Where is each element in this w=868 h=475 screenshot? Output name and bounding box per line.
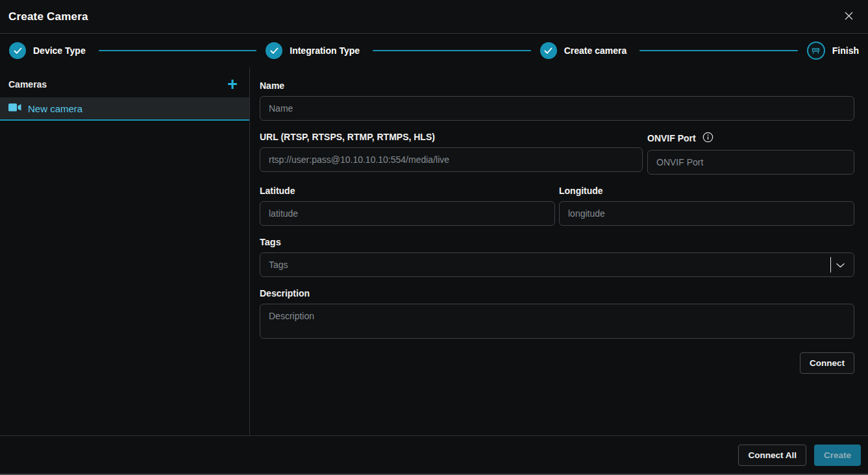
chevron-down-icon xyxy=(836,260,845,270)
create-camera-dialog: Create Camera Device Type Integration Ty… xyxy=(0,0,868,475)
dialog-title: Create Camera xyxy=(8,10,88,23)
step-finish[interactable]: Finish xyxy=(807,42,859,60)
description-textarea[interactable] xyxy=(260,304,854,339)
dialog-footer: Connect All Create xyxy=(0,435,868,474)
check-icon xyxy=(9,42,26,59)
dialog-header: Create Camera xyxy=(0,0,868,34)
step-integration-type[interactable]: Integration Type xyxy=(266,42,360,59)
step-create-camera[interactable]: Create camera xyxy=(540,42,627,59)
latitude-input[interactable] xyxy=(260,201,555,226)
camera-list-item-selected[interactable]: New camera xyxy=(0,97,249,121)
connect-button[interactable]: Connect xyxy=(800,352,854,374)
cameras-sidebar-header: Cameras + xyxy=(0,67,249,97)
check-icon xyxy=(266,42,282,59)
cameras-sidebar: Cameras + New camera xyxy=(0,67,250,435)
step-connector xyxy=(99,50,257,51)
dialog-body: Cameras + New camera Name URL (RTSP, RTS xyxy=(0,67,868,435)
onvif-port-label-text: ONVIF Port xyxy=(647,133,696,143)
description-label: Description xyxy=(260,288,854,298)
tags-label: Tags xyxy=(260,237,854,247)
latitude-label: Latitude xyxy=(260,186,555,196)
step-label: Device Type xyxy=(33,45,86,56)
create-button[interactable]: Create xyxy=(814,445,861,466)
step-device-type[interactable]: Device Type xyxy=(9,42,86,59)
camera-item-label: New camera xyxy=(28,103,82,114)
step-label: Create camera xyxy=(564,45,627,56)
step-connector xyxy=(639,50,798,51)
longitude-input[interactable] xyxy=(559,201,854,226)
cameras-title: Cameras xyxy=(8,79,47,90)
url-input[interactable] xyxy=(260,147,643,172)
step-connector xyxy=(373,50,531,51)
connect-all-button[interactable]: Connect All xyxy=(738,445,806,466)
step-label: Finish xyxy=(832,45,859,56)
finish-banner-icon xyxy=(807,42,825,60)
url-label: URL (RTSP, RTSPS, RTMP, RTMPS, HLS) xyxy=(260,132,643,142)
step-label: Integration Type xyxy=(290,45,360,56)
longitude-label: Longitude xyxy=(559,186,854,196)
camera-form: Name URL (RTSP, RTSPS, RTMP, RTMPS, HLS)… xyxy=(250,67,868,435)
close-icon xyxy=(844,11,854,23)
onvif-port-input[interactable] xyxy=(647,150,854,175)
tags-dropdown-button[interactable] xyxy=(831,255,850,274)
wizard-stepper: Device Type Integration Type Create came… xyxy=(0,34,868,67)
tags-input[interactable] xyxy=(260,253,830,276)
name-input[interactable] xyxy=(260,96,854,121)
check-icon xyxy=(540,42,557,59)
close-button[interactable] xyxy=(839,8,858,26)
onvif-port-label: ONVIF Port xyxy=(647,132,854,145)
add-camera-button[interactable]: + xyxy=(225,78,240,91)
name-label: Name xyxy=(260,80,854,91)
info-icon[interactable] xyxy=(702,132,713,145)
video-camera-icon xyxy=(8,103,21,114)
tags-select[interactable] xyxy=(260,252,854,277)
